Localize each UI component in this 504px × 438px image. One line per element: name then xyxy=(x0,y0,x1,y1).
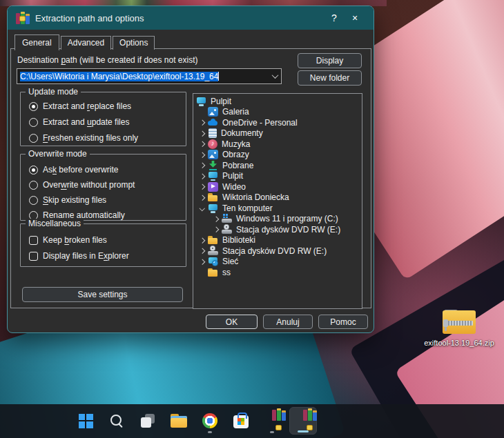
radio-icon[interactable] xyxy=(29,196,38,205)
option-label: Ask before overwrite xyxy=(43,165,118,175)
radio-icon[interactable] xyxy=(29,166,38,175)
general-tab-page: Destination path (will be created if doe… xyxy=(10,48,371,308)
tree-item-label: Pulpit xyxy=(222,171,243,181)
tree-item-stacja-dysków-dvd-rw-e-[interactable]: Stacja dysków DVD RW (E:) xyxy=(193,246,362,257)
destination-path-combobox[interactable]: C:\Users\Wiktoria i Marysia\Desktop\exif… xyxy=(17,68,282,84)
tree-item-label: Wideo xyxy=(222,182,246,192)
tree-item-label: Biblioteki xyxy=(222,235,255,245)
taskbar-microsoft-store-button[interactable] xyxy=(227,407,255,435)
cancel-button[interactable]: Anuluj xyxy=(263,315,313,329)
tree-expander-closed-icon[interactable] xyxy=(210,217,222,221)
help-button-bottom[interactable]: Pomoc xyxy=(318,315,368,329)
option-label: Display files in Explorer xyxy=(43,251,129,261)
desktop-zip-file[interactable]: exiftool-13.19_64.zip xyxy=(417,308,501,347)
ok-button[interactable]: OK xyxy=(206,315,258,329)
taskbar-items xyxy=(72,407,320,435)
tree-item-galeria[interactable]: Galeria xyxy=(193,107,362,118)
tree-item-label: Wiktoria Doniecka xyxy=(222,192,289,202)
taskbar-winrar-active-button[interactable] xyxy=(289,407,317,435)
option-label: Extract and replace files xyxy=(43,101,131,111)
tab-general[interactable]: General xyxy=(14,34,59,50)
chevron-down-icon xyxy=(271,72,278,79)
tree-item-windows-11-i-programy-c-[interactable]: Windows 11 i programy (C:) xyxy=(193,214,362,225)
new-folder-button[interactable]: New folder xyxy=(298,70,362,86)
radio-option-extract-and-update-files[interactable]: Extract and update files xyxy=(29,117,129,128)
option-label: Overwrite without prompt xyxy=(43,180,135,190)
option-label: Freshen existing files only xyxy=(43,133,138,143)
checkbox-icon[interactable] xyxy=(29,252,38,261)
save-settings-button[interactable]: Save settings xyxy=(22,287,183,302)
radio-icon[interactable] xyxy=(29,134,38,143)
display-button[interactable]: Display xyxy=(298,53,362,68)
running-indicator xyxy=(208,431,212,433)
tree-item-pulpit[interactable]: Pulpit xyxy=(193,96,362,107)
radio-option-freshen-existing-files-only[interactable]: Freshen existing files only xyxy=(29,132,138,143)
radio-option-ask-before-overwrite[interactable]: Ask before overwrite xyxy=(29,164,118,175)
checkbox-option-keep-broken-files[interactable]: Keep broken files xyxy=(29,235,107,246)
tree-item-pobrane[interactable]: Pobrane xyxy=(193,160,362,171)
taskbar-winrar-button[interactable] xyxy=(258,407,286,435)
tree-expander-closed-icon[interactable] xyxy=(196,260,208,264)
tree-expander-closed-icon[interactable] xyxy=(196,121,208,125)
folder-icon xyxy=(208,235,218,245)
drive-dvd-icon xyxy=(208,246,218,256)
tree-item-label: ss xyxy=(222,268,231,277)
tree-item-stacja-dysków-dvd-rw-e-[interactable]: Stacja dysków DVD RW (E:) xyxy=(193,224,362,235)
tree-item-label: Stacja dysków DVD RW (E:) xyxy=(236,225,340,235)
radio-option-skip-existing-files[interactable]: Skip existing files xyxy=(29,195,106,206)
search-icon xyxy=(109,413,124,428)
tree-expander-closed-icon[interactable] xyxy=(196,153,208,157)
tree-expander-closed-icon[interactable] xyxy=(196,185,208,189)
pictures-icon xyxy=(208,150,218,159)
radio-option-extract-and-replace-files[interactable]: Extract and replace files xyxy=(29,101,131,112)
tab-options[interactable]: Options xyxy=(113,36,155,50)
tree-item-ss[interactable]: ss xyxy=(193,267,362,278)
close-button[interactable]: × xyxy=(345,12,365,23)
tree-expander-closed-icon[interactable] xyxy=(196,239,208,243)
tree-item-label: Muzyka xyxy=(222,139,250,149)
tree-item-dokumenty[interactable]: Dokumenty xyxy=(193,128,362,139)
taskbar-task-view-button[interactable] xyxy=(134,407,162,435)
zipped-folder-icon xyxy=(443,308,476,335)
radio-option-overwrite-without-prompt[interactable]: Overwrite without prompt xyxy=(29,179,135,190)
tree-expander-closed-icon[interactable] xyxy=(196,163,208,168)
tree-expander-closed-icon[interactable] xyxy=(196,132,208,136)
tree-expander-closed-icon[interactable] xyxy=(196,249,208,253)
chrome-icon xyxy=(202,413,217,428)
radio-icon[interactable] xyxy=(29,181,38,190)
tree-expander-open-icon[interactable] xyxy=(196,206,208,210)
dialog-titlebar[interactable]: Extraction path and options ? × xyxy=(8,6,374,30)
radio-icon[interactable] xyxy=(29,118,38,127)
tree-expander-closed-icon[interactable] xyxy=(196,175,208,179)
taskbar-start-button[interactable] xyxy=(72,407,99,435)
tree-item-pulpit[interactable]: Pulpit xyxy=(193,171,362,182)
tree-item-label: Ten komputer xyxy=(222,203,273,213)
tree-item-onedrive-personal[interactable]: OneDrive - Personal xyxy=(193,117,362,128)
tree-item-wideo[interactable]: Wideo xyxy=(193,181,362,192)
tree-item-ten-komputer[interactable]: Ten komputer xyxy=(193,203,362,214)
tree-item-obrazy[interactable]: Obrazy xyxy=(193,150,362,161)
tree-item-wiktoria-doniecka[interactable]: Wiktoria Doniecka xyxy=(193,192,362,203)
taskbar-chrome-button[interactable] xyxy=(196,407,224,435)
option-label: Skip existing files xyxy=(43,195,106,205)
tree-expander-closed-icon[interactable] xyxy=(196,196,208,200)
tree-item-biblioteki[interactable]: Biblioteki xyxy=(193,235,362,246)
tree-expander-closed-icon[interactable] xyxy=(196,142,208,146)
help-button[interactable]: ? xyxy=(324,12,345,23)
option-label: Extract and update files xyxy=(43,117,129,127)
tree-item-muzyka[interactable]: Muzyka xyxy=(193,139,362,150)
checkbox-icon[interactable] xyxy=(29,236,38,245)
taskbar-file-explorer-button[interactable] xyxy=(165,407,193,435)
task-view-icon xyxy=(140,413,155,428)
checkbox-option-display-files-in-explorer[interactable]: Display files in Explorer xyxy=(29,250,129,261)
tree-item-sieć[interactable]: Sieć xyxy=(193,257,362,268)
tree-item-label: Pulpit xyxy=(211,97,231,106)
radio-icon[interactable] xyxy=(29,102,38,111)
destination-path-label: Destination path (will be created if doe… xyxy=(17,55,198,65)
tab-advanced[interactable]: Advanced xyxy=(61,36,111,50)
taskbar-search-button[interactable] xyxy=(103,407,130,435)
tree-item-label: Dokumenty xyxy=(221,128,263,138)
tree-expander-closed-icon[interactable] xyxy=(210,228,222,232)
combobox-dropdown-button[interactable] xyxy=(269,69,281,83)
onedrive-icon xyxy=(208,118,218,128)
